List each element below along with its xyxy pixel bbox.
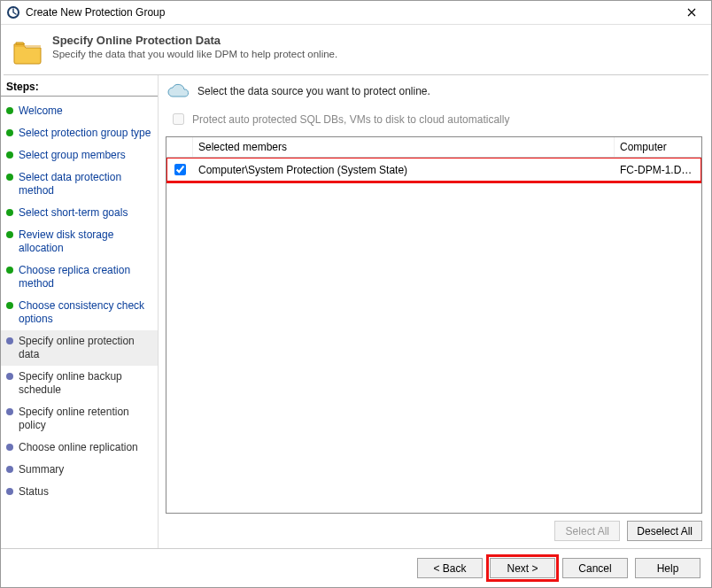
step-bullet-icon [6,174,13,181]
page-subtitle: Specify the data that you would like DPM… [52,49,337,59]
step-bullet-icon [6,151,13,159]
step-label: Choose online replication [19,441,138,454]
step-bullet-icon [6,302,13,309]
step-label[interactable]: Welcome [19,104,63,118]
step-item[interactable]: Welcome [1,100,158,122]
back-button[interactable]: < Back [417,558,483,578]
member-name: Computer\System Protection (System State… [193,160,615,180]
auto-protect-checkbox [173,113,184,125]
titlebar: Create New Protection Group [1,1,711,25]
close-button[interactable] [674,1,709,25]
column-member[interactable]: Selected members [193,137,615,157]
folder-icon [12,35,43,67]
step-label: Specify online protection data [19,335,152,361]
step-label[interactable]: Select data protection method [19,171,152,197]
step-bullet-icon [6,129,13,136]
wizard-header: Specify Online Protection Data Specify t… [1,25,711,74]
step-label: Status [19,485,49,499]
step-item[interactable]: Choose consistency check options [1,295,158,330]
step-item: Status [1,481,158,503]
step-item: Specify online backup schedule [1,366,158,401]
wizard-window: Create New Protection Group Specify Onli… [0,0,712,588]
step-label[interactable]: Select short-term goals [19,206,128,220]
step-label: Summary [19,463,64,476]
step-item[interactable]: Select group members [1,144,158,166]
step-item[interactable]: Select short-term goals [1,202,158,224]
step-item: Specify online retention policy [1,401,158,437]
column-computer[interactable]: Computer [615,137,701,157]
column-check[interactable] [166,137,193,157]
step-item: Specify online protection data [1,330,158,366]
step-item[interactable]: Select data protection method [1,166,158,202]
cancel-button[interactable]: Cancel [562,558,628,578]
step-label: Specify online backup schedule [19,370,152,397]
steps-sidebar: Steps: WelcomeSelect protection group ty… [1,75,159,548]
step-bullet-icon [6,231,13,238]
app-icon [6,5,20,19]
auto-protect-label: Protect auto protected SQL DBs, VMs to d… [192,113,509,126]
step-bullet-icon [6,337,13,344]
step-item: Summary [1,459,158,481]
steps-heading: Steps: [1,79,158,97]
members-rows: Computer\System Protection (System State… [166,158,701,513]
next-button[interactable]: Next > [490,558,555,578]
cloud-icon [166,82,190,100]
members-listbox: Selected members Computer Computer\Syste… [166,136,702,514]
step-label[interactable]: Select protection group type [19,127,151,140]
step-item[interactable]: Select protection group type [1,122,158,144]
member-computer: FC-DPM-1.DPM... [615,160,701,180]
step-label[interactable]: Choose replica creation method [19,264,152,290]
wizard-footer: < Back Next > Cancel Help [1,548,711,587]
main-content: Select the data source you want to prote… [159,75,711,548]
step-bullet-icon [6,488,13,495]
deselect-all-button[interactable]: Deselect All [627,521,702,541]
window-title: Create New Protection Group [26,6,674,19]
member-checkbox[interactable] [174,164,186,175]
step-label[interactable]: Select group members [19,149,126,162]
page-title: Specify Online Protection Data [52,34,337,47]
members-header: Selected members Computer [166,137,701,158]
instruction-text: Select the data source you want to prote… [197,85,430,97]
step-label[interactable]: Review disk storage allocation [19,228,152,255]
help-button[interactable]: Help [635,558,700,578]
step-bullet-icon [6,267,13,274]
step-bullet-icon [6,373,13,380]
step-label[interactable]: Choose consistency check options [19,299,152,326]
step-label: Specify online retention policy [19,406,152,432]
step-item[interactable]: Choose replica creation method [1,259,158,295]
step-item[interactable]: Review disk storage allocation [1,224,158,259]
select-all-button: Select All [554,521,620,541]
step-bullet-icon [6,444,13,451]
step-item: Choose online replication [1,437,158,459]
step-bullet-icon [6,408,13,415]
step-bullet-icon [6,107,13,114]
step-bullet-icon [6,209,13,216]
member-row[interactable]: Computer\System Protection (System State… [166,158,701,182]
step-bullet-icon [6,466,13,473]
